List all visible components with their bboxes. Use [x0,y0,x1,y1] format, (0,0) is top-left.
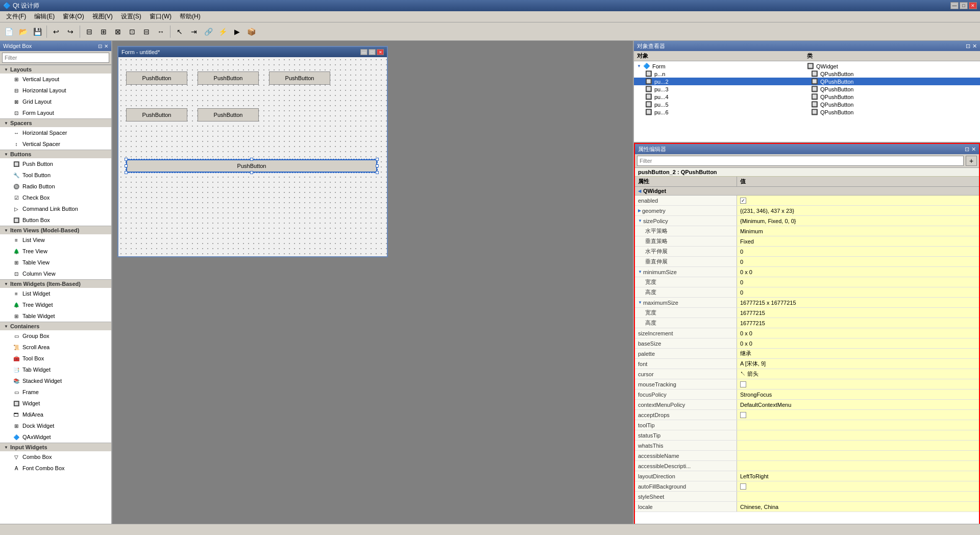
resize-handle-tr[interactable] [376,158,379,161]
toolbar-save[interactable]: 💾 [31,25,44,38]
toolbar-break[interactable]: ⊟ [140,25,153,38]
widget-horizontal-layout[interactable]: ⊟ Horizontal Layout [0,85,111,96]
inspector-row-pb2[interactable]: 🔲 pu...2 🔲 QPushButton [634,78,980,85]
prop-row-cursor[interactable]: cursor ↖ 箭头 [635,369,979,379]
menu-window[interactable]: 窗口(W) [145,11,176,22]
prop-value-enabled[interactable] [737,196,979,205]
prop-value-hstretch[interactable]: 0 [737,247,979,256]
prop-row-contextmenupolicy[interactable]: contextMenuPolicy DefaultContextMenu [635,400,979,410]
prop-value-whatsthis[interactable] [737,441,979,450]
prop-row-sizeincrement[interactable]: sizeIncrement 0 x 0 [635,328,979,338]
prop-value-vpolicy[interactable]: Fixed [737,236,979,246]
widget-button-box[interactable]: 🔲 Button Box [0,214,111,226]
menu-edit[interactable]: 编辑(E) [30,11,59,22]
inspector-row-pb1[interactable]: 🔲 p...n 🔲 QPushButton [634,70,980,78]
category-input-widgets[interactable]: Input Widgets [0,443,111,451]
prop-row-whatsthis[interactable]: whatsThis [635,441,979,451]
widget-vertical-spacer[interactable]: ↕ Vertical Spacer [0,138,111,150]
prop-row-stylesheet[interactable]: styleSheet [635,492,979,502]
widget-font-combo-box[interactable]: A Font Combo Box [0,463,111,474]
prop-value-accessiblename[interactable] [737,451,979,460]
toolbar-tab[interactable]: ⇥ [187,25,201,38]
widget-horizontal-spacer[interactable]: ↔ Horizontal Spacer [0,127,111,138]
menu-help[interactable]: 帮助(H) [176,11,205,22]
prop-value-mousetracking[interactable] [737,379,979,389]
resize-handle-ml[interactable] [125,164,128,167]
prop-value-sizeincrement[interactable]: 0 x 0 [737,328,979,338]
prop-value-cursor[interactable]: ↖ 箭头 [737,369,979,379]
toolbar-new[interactable]: 📄 [2,25,15,38]
center-canvas-area[interactable]: Form - untitled* — □ ✕ PushButton PushBu… [112,41,633,535]
prop-row-focuspolicy[interactable]: focusPolicy StrongFocus [635,390,979,400]
prop-value-focuspolicy[interactable]: StrongFocus [737,390,979,399]
prop-row-hpolicy[interactable]: 水平策略 Minimum [635,226,979,236]
widget-frame[interactable]: ▭ Frame [0,386,111,398]
form-button-1[interactable]: PushButton [126,71,187,85]
prop-value-acceptdrops[interactable] [737,410,979,420]
prop-row-maxw[interactable]: 宽度 16777215 [635,308,979,318]
menu-view[interactable]: 视图(V) [88,11,117,22]
widget-tool-box[interactable]: 🧰 Tool Box [0,353,111,364]
widget-list-widget[interactable]: ≡ List Widget [0,288,111,299]
maximize-button[interactable]: □ [960,2,968,9]
prop-row-accessiblename[interactable]: accessibleName [635,451,979,461]
prop-value-font[interactable]: A [宋体, 9] [737,359,979,369]
prop-row-palette[interactable]: palette 继承 [635,349,979,359]
property-filter-input[interactable] [637,156,964,166]
widget-tool-button[interactable]: 🔧 Tool Button [0,169,111,181]
prop-row-acceptdrops[interactable]: acceptDrops [635,410,979,420]
prop-value-stylesheet[interactable] [737,492,979,501]
prop-row-minw[interactable]: 宽度 0 [635,277,979,287]
widget-push-button[interactable]: 🔲 Push Button [0,158,111,169]
close-button[interactable]: ✕ [969,2,977,9]
prop-row-autofillbg[interactable]: autoFillBackground [635,481,979,492]
prop-value-minw[interactable]: 0 [737,277,979,287]
widget-stacked-widget[interactable]: 📚 Stacked Widget [0,375,111,386]
toolbar-select[interactable]: ↖ [173,25,186,38]
widget-tree-view[interactable]: 🌲 Tree View [0,246,111,257]
prop-row-maxsize[interactable]: maximumSize 16777215 x 16777215 [635,298,979,308]
prop-row-minsize[interactable]: minimumSize 0 x 0 [635,267,979,277]
widget-dock-widget[interactable]: ⊞ Dock Widget [0,420,111,431]
toolbar-glayout[interactable]: ⊠ [111,25,125,38]
resize-handle-mr[interactable] [376,164,379,167]
enabled-checkbox[interactable] [740,198,746,204]
resize-handle-bl[interactable] [125,171,128,174]
prop-row-mousetracking[interactable]: mouseTracking [635,379,979,390]
widget-combo-box[interactable]: ▽ Combo Box [0,451,111,463]
property-add-button[interactable]: + [966,156,977,166]
resize-handle-tc[interactable] [250,158,253,161]
inspector-float-btn[interactable]: ⊡ [966,43,970,50]
toolbar-redo[interactable]: ↪ [64,25,77,38]
toolbar-signal[interactable]: ⚡ [216,25,229,38]
inspector-row-pb3[interactable]: 🔲 pu...3 🔲 QPushButton [634,85,980,93]
widget-scroll-area[interactable]: 📜 Scroll Area [0,342,111,353]
prop-value-geometry[interactable]: {(231, 346), 437 x 23} [737,206,979,215]
toolbar-hlayout[interactable]: ⊟ [83,25,96,38]
inspector-row-pb6[interactable]: 🔲 pu...6 🔲 QPushButton [634,108,980,116]
mousetracking-checkbox[interactable] [740,381,746,387]
prop-value-hpolicy[interactable]: Minimum [737,226,979,236]
prop-value-locale[interactable]: Chinese, China [737,502,979,512]
prop-row-basesize[interactable]: baseSize 0 x 0 [635,338,979,349]
category-layouts[interactable]: Layouts [0,65,111,74]
prop-row-tooltip[interactable]: toolTip [635,420,979,430]
toolbar-buddy[interactable]: 🔗 [202,25,215,38]
widget-mdi-area[interactable]: 🗔 MdiArea [0,409,111,420]
prop-close-btn[interactable]: ✕ [971,146,976,153]
form-button-3[interactable]: PushButton [269,71,330,85]
widget-widget[interactable]: 🔲 Widget [0,398,111,409]
autofillbg-checkbox[interactable] [740,483,746,490]
form-button-2[interactable]: PushButton [198,71,259,85]
widget-box-float[interactable]: ⊡ [98,43,102,49]
menu-form[interactable]: 窗体(O) [59,11,88,22]
prop-value-palette[interactable]: 继承 [737,349,979,358]
category-item-widgets[interactable]: Item Widgets (Item-Based) [0,279,111,288]
toolbar-vlayout[interactable]: ⊞ [97,25,110,38]
category-containers[interactable]: Containers [0,322,111,330]
form-button-5[interactable]: PushButton [198,108,259,121]
prop-section-qwidget[interactable]: QWidget [635,187,979,196]
prop-row-geometry[interactable]: geometry {(231, 346), 437 x 23} [635,206,979,216]
menu-settings[interactable]: 设置(S) [117,11,145,22]
resize-handle-br[interactable] [376,171,379,174]
